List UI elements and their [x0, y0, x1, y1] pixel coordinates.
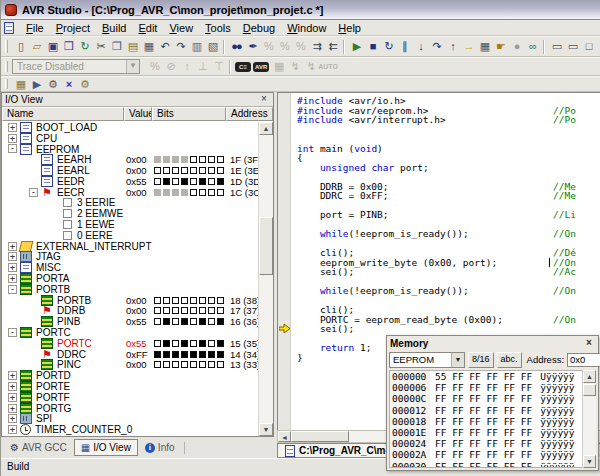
expand-icon[interactable]: + — [8, 414, 17, 423]
bit-box[interactable] — [208, 297, 215, 304]
io-row-3-eerie[interactable]: 3 EERIE — [2, 198, 258, 209]
memory-row[interactable]: 000030FF FF FF FF FF FFÿÿÿÿÿÿ — [390, 461, 595, 469]
bit-box[interactable] — [172, 156, 179, 163]
bit-box[interactable] — [172, 318, 179, 325]
io-row-portd[interactable]: +PORTD — [2, 370, 258, 381]
scroll-up-icon[interactable] — [259, 122, 273, 135]
io-row-portc[interactable]: PORTC0x5515 (35) — [2, 338, 258, 349]
io-row-cpu[interactable]: +CPU — [2, 133, 258, 144]
close-icon[interactable]: × — [258, 94, 270, 105]
open-file-icon[interactable]: ▱ — [28, 39, 44, 54]
bookmark-icon[interactable]: % — [292, 39, 308, 54]
memory-type-combo[interactable]: EEPROM ▼ — [389, 352, 465, 368]
bit-box[interactable] — [217, 156, 224, 163]
bit-box[interactable] — [199, 340, 206, 347]
io-row-1-eewe[interactable]: 1 EEWE — [2, 219, 258, 230]
io-row-eecr[interactable]: -⚑EECR0x001C (3C) — [2, 187, 258, 198]
collapse-icon[interactable]: - — [8, 144, 17, 153]
check-icon[interactable] — [63, 209, 72, 218]
chevron-down-icon[interactable]: ▼ — [451, 353, 464, 367]
collapse-icon[interactable]: - — [29, 188, 38, 197]
find-icon[interactable]: ●● — [228, 39, 244, 54]
memory-row[interactable]: 00001EFF FF FF FF FF FFÿÿÿÿÿÿ — [390, 427, 595, 438]
bit-box[interactable] — [172, 178, 179, 185]
code-line[interactable]: while(!eeprom_is_ready());//On — [292, 229, 600, 239]
bit-box[interactable] — [181, 167, 188, 174]
bit-box[interactable] — [172, 351, 179, 358]
autostep-icon[interactable]: ● — [508, 39, 524, 54]
bit-box[interactable] — [208, 318, 215, 325]
save-icon[interactable]: ▣ — [44, 39, 60, 54]
memory-row[interactable]: 000012FF FF FF FF FF FFÿÿÿÿÿÿ — [390, 405, 595, 416]
bit-box[interactable] — [154, 318, 161, 325]
trace-off-icon[interactable]: ⊘ — [162, 59, 178, 74]
new-project-icon[interactable]: ▦ — [12, 77, 28, 92]
bit-box[interactable] — [181, 156, 188, 163]
bit-box[interactable] — [181, 351, 188, 358]
column-header-name[interactable]: Name — [2, 107, 124, 121]
cof-badge-icon[interactable]: C≡ — [235, 62, 251, 72]
bit-box[interactable] — [199, 297, 206, 304]
auto-label[interactable]: AUTO — [318, 59, 338, 74]
expand-icon[interactable]: + — [8, 134, 17, 143]
bit-box[interactable] — [208, 167, 215, 174]
bit-box[interactable] — [163, 297, 170, 304]
disconnect-icon[interactable]: ↯ — [302, 59, 318, 74]
code-line[interactable]: DDRC = 0xFF;//Me — [292, 191, 600, 201]
bit-box[interactable] — [172, 297, 179, 304]
expand-icon[interactable]: + — [8, 393, 17, 402]
cut-icon[interactable]: ✂ — [92, 39, 108, 54]
menu-file[interactable]: File — [20, 21, 50, 35]
toolbar-grip[interactable] — [5, 79, 8, 89]
io-row-spi[interactable]: +SPI — [2, 414, 258, 425]
bit-box[interactable] — [217, 297, 224, 304]
outdent-icon[interactable]: ⇇ — [324, 39, 340, 54]
code-line[interactable]: int main (void) — [292, 144, 600, 154]
bit-box[interactable] — [172, 189, 179, 196]
bit-box[interactable] — [217, 361, 224, 368]
io-row-pinc[interactable]: PINC0x0013 (33) — [2, 360, 258, 371]
trace-top-icon[interactable]: ⊤ — [210, 59, 226, 74]
bit-box[interactable] — [208, 156, 215, 163]
step-over-icon[interactable]: ↷ — [428, 39, 444, 54]
tab-avr-gcc[interactable]: ⚙AVR GCC — [4, 439, 73, 456]
memory-abc-button[interactable]: abc. — [497, 352, 522, 368]
column-header-address[interactable]: Address — [226, 107, 273, 121]
memory-address-input[interactable] — [567, 353, 600, 367]
find-next-icon[interactable]: ✒ — [244, 39, 260, 54]
memory-816-button[interactable]: 8/16 — [468, 352, 494, 368]
menu-build[interactable]: Build — [96, 21, 132, 35]
memory-row[interactable]: 00002AFF FF FF FF FF FFÿÿÿÿÿÿ — [390, 449, 595, 460]
memory-row[interactable]: 00000055 FF FF FF FF FFUÿÿÿÿÿ — [390, 371, 595, 382]
memory-window-titlebar[interactable]: Memory × — [387, 336, 598, 350]
bit-box[interactable] — [190, 156, 197, 163]
io-row-pinb[interactable]: PINB0x5516 (36) — [2, 316, 258, 327]
new-file-icon[interactable]: ▯ — [12, 39, 28, 54]
bit-box[interactable] — [154, 189, 161, 196]
run-to-cursor-icon[interactable]: → — [460, 39, 476, 54]
bit-box[interactable] — [217, 340, 224, 347]
window-output-icon[interactable]: ▭ — [548, 39, 564, 54]
scroll-up-icon[interactable] — [583, 370, 596, 383]
copy-icon[interactable]: ❐ — [108, 39, 124, 54]
print-icon[interactable]: ▦ — [140, 39, 156, 54]
bit-box[interactable] — [154, 351, 161, 358]
io-row-porte[interactable]: +PORTE — [2, 381, 258, 392]
bit-box[interactable] — [199, 178, 206, 185]
replace-icon[interactable]: % — [260, 39, 276, 54]
chip-icon[interactable]: ▦ — [270, 59, 286, 74]
io-row-misc[interactable]: +MISC — [2, 262, 258, 273]
bit-box[interactable] — [217, 189, 224, 196]
indent-icon[interactable]: ⇉ — [308, 39, 324, 54]
expand-icon[interactable]: + — [8, 425, 17, 434]
expand-icon[interactable]: + — [8, 123, 17, 132]
bit-box[interactable] — [163, 340, 170, 347]
bit-box[interactable] — [208, 361, 215, 368]
window-message-icon[interactable]: ▭ — [564, 39, 580, 54]
stop-debug-icon[interactable]: × — [60, 77, 76, 92]
bit-box[interactable] — [154, 178, 161, 185]
bit-box[interactable] — [163, 167, 170, 174]
bit-box[interactable] — [172, 307, 179, 314]
io-row-ddrc[interactable]: ⚑DDRC0xFF14 (34) — [2, 349, 258, 360]
bit-box[interactable] — [217, 318, 224, 325]
